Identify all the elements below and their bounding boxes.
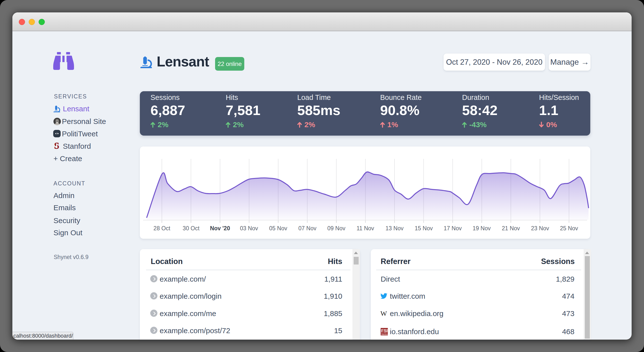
svg-text:FSI: FSI [381, 328, 388, 333]
svg-text:Stanford: Stanford [381, 333, 388, 335]
